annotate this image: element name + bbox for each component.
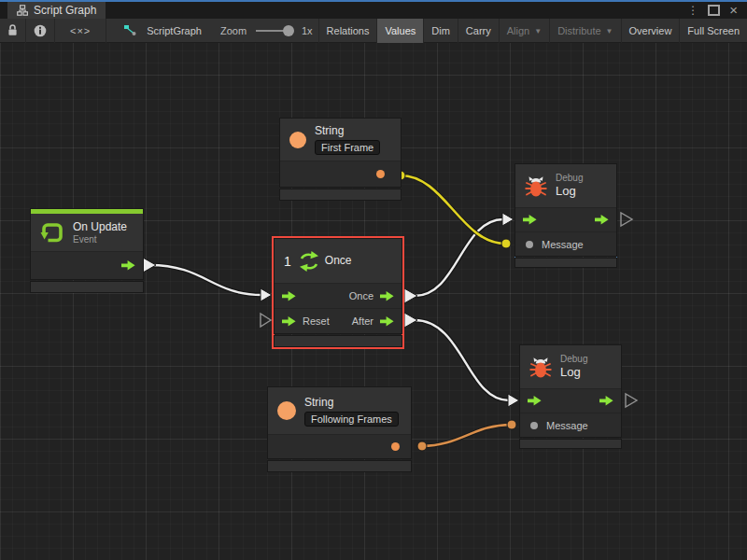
flow-output-port[interactable]	[121, 260, 135, 271]
node-on-update[interactable]: On Update Event	[31, 209, 143, 292]
zoom-slider[interactable]	[256, 30, 292, 32]
node-footer	[268, 461, 411, 471]
flow-output-port-once[interactable]	[380, 291, 394, 301]
wire-once-to-debuglog-bottom[interactable]	[404, 313, 519, 407]
string-output-port[interactable]	[376, 170, 385, 178]
message-input-port[interactable]	[530, 422, 538, 429]
node-footer	[31, 282, 143, 292]
distribute-button-label: Distribute	[557, 25, 600, 36]
node-debug-log-top[interactable]: Debug Log Message	[514, 163, 617, 268]
string-icon	[289, 132, 306, 148]
graph-toolbar: <×> ScriptGraph Zoom 1x Relations Values…	[0, 19, 747, 43]
node-category: Debug	[560, 354, 587, 365]
hierarchy-icon	[17, 5, 28, 16]
lock-icon[interactable]	[0, 19, 25, 43]
graph-canvas[interactable]: String First Frame On Update Event	[0, 43, 747, 560]
node-subtitle: Event	[73, 234, 127, 245]
flow-input-port[interactable]	[282, 291, 296, 301]
align-button-label: Align	[507, 25, 529, 36]
chevron-down-icon: ▼	[534, 27, 542, 35]
node-title: Once	[325, 254, 352, 268]
node-category: Debug	[556, 173, 583, 184]
flow-input-port[interactable]	[528, 396, 542, 406]
node-title: Log	[560, 365, 587, 380]
once-count-badge: 1	[284, 254, 291, 269]
flow-input-port-reset[interactable]	[282, 316, 296, 327]
chevron-down-icon: ▼	[606, 27, 613, 35]
node-title: Log	[556, 184, 583, 199]
node-string-following[interactable]: String Following Frames	[268, 387, 411, 471]
full-screen-button[interactable]: Full Screen	[680, 19, 747, 43]
info-icon[interactable]	[26, 19, 54, 43]
node-once[interactable]: 1 Once Once Reset After	[272, 236, 404, 349]
cycle-arrows-icon	[299, 250, 319, 273]
wire-onupdate-to-once[interactable]	[143, 258, 272, 301]
flow-input-port[interactable]	[523, 215, 537, 225]
code-toggle-icon[interactable]: <×>	[55, 19, 106, 43]
window-controls: ⋮ ×	[687, 3, 747, 19]
string-output-port[interactable]	[391, 442, 400, 451]
maximize-icon[interactable]	[708, 5, 720, 16]
debuglog-top-out-triangle[interactable]	[621, 213, 632, 226]
port-label-message: Message	[546, 420, 588, 431]
node-title: String	[315, 124, 380, 138]
string-value-field[interactable]: First Frame	[315, 140, 380, 155]
window-titlebar: Script Graph ⋮ ×	[0, 0, 747, 19]
message-input-port[interactable]	[526, 241, 533, 248]
port-label-after: After	[352, 315, 374, 327]
zoom-slider-handle[interactable]	[283, 25, 294, 36]
wire-once-to-debuglog-top[interactable]	[404, 213, 514, 303]
tab-title: Script Graph	[34, 4, 96, 17]
dim-button[interactable]: Dim	[424, 19, 458, 43]
debuglog-bottom-out-triangle[interactable]	[626, 394, 637, 407]
carry-button[interactable]: Carry	[458, 19, 499, 43]
graph-name-label: ScriptGraph	[147, 25, 202, 36]
toolbar-divider	[106, 19, 106, 43]
flow-output-port-after[interactable]	[380, 316, 394, 327]
node-title: On Update	[73, 220, 127, 234]
port-label-once: Once	[349, 290, 374, 301]
node-footer	[280, 189, 401, 200]
distribute-button[interactable]: Distribute ▼	[550, 19, 620, 43]
relations-button[interactable]: Relations	[319, 19, 377, 43]
reset-port-triangle[interactable]	[261, 314, 271, 327]
node-footer	[515, 259, 616, 267]
bug-icon	[525, 174, 547, 198]
string-value-field[interactable]: Following Frames	[304, 412, 399, 427]
loop-arrow-icon	[40, 220, 64, 245]
overview-button[interactable]: Overview	[622, 19, 680, 43]
port-label-message: Message	[542, 239, 584, 250]
align-button[interactable]: Align ▼	[500, 19, 549, 43]
node-debug-log-bottom[interactable]: Debug Log Message	[520, 345, 621, 448]
node-string-first[interactable]: String First Frame	[280, 119, 401, 200]
wire-string-following-to-message[interactable]	[417, 420, 516, 451]
wire-string-first-to-message[interactable]	[396, 171, 511, 248]
port-label-reset: Reset	[303, 315, 330, 327]
script-graph-icon	[120, 19, 141, 43]
node-footer	[275, 336, 402, 346]
node-title: String	[304, 396, 399, 410]
node-footer	[520, 440, 621, 448]
bug-icon	[529, 355, 552, 379]
zoom-label: Zoom	[220, 25, 247, 36]
string-icon	[277, 401, 296, 420]
tab-script-graph[interactable]: Script Graph	[7, 2, 106, 19]
flow-output-port[interactable]	[599, 396, 613, 406]
zoom-value: 1x	[302, 25, 313, 36]
values-button[interactable]: Values	[377, 19, 423, 43]
flow-output-port[interactable]	[595, 215, 609, 225]
window-menu-icon[interactable]: ⋮	[687, 5, 698, 16]
close-icon[interactable]: ×	[729, 3, 738, 17]
